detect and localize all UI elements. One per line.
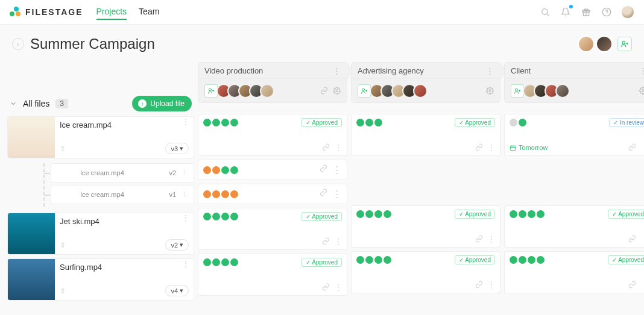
version-row[interactable]: Ice cream.mp4 v2⋮ (51, 163, 194, 182)
link-icon[interactable] (628, 281, 636, 289)
file-row[interactable]: Ice cream.mp4 ⇪ v3 ▾ ⋮ (7, 116, 194, 158)
nav-team[interactable]: Team (139, 4, 159, 20)
review-card[interactable]: ⋮ (198, 184, 347, 204)
gear-icon[interactable] (333, 87, 341, 95)
notifications-icon[interactable] (560, 6, 572, 18)
card-menu-icon[interactable]: ⋮ (641, 281, 644, 289)
user-avatar[interactable] (621, 5, 634, 19)
review-dot (212, 166, 220, 174)
upload-file-button[interactable]: ↑ Upload file (132, 96, 192, 111)
version-chip[interactable]: v3 ▾ (165, 143, 189, 154)
share-icon[interactable]: ⇪ (60, 287, 66, 295)
card-menu-icon[interactable]: ⋮ (488, 143, 495, 152)
version-row[interactable]: Ice cream.mp4 v1⋮ (51, 185, 194, 204)
gear-icon[interactable] (486, 87, 494, 95)
search-icon[interactable] (539, 6, 551, 18)
add-reviewer-button[interactable] (204, 84, 218, 98)
svg-point-7 (622, 41, 625, 44)
all-files-label: All files (23, 99, 49, 108)
card-menu-icon[interactable]: ⋮ (332, 164, 342, 176)
review-card[interactable]: ✓ Approved⋮ (351, 205, 500, 248)
card-menu-icon[interactable]: ⋮ (641, 143, 644, 152)
review-card[interactable]: ✓ In review Tomorrow⋮ (504, 114, 644, 156)
review-dot (510, 119, 517, 126)
link-icon[interactable] (320, 164, 327, 176)
version-chip[interactable]: v2 ▾ (165, 239, 189, 251)
reviewer-list (511, 84, 570, 98)
link-icon[interactable] (475, 143, 483, 152)
version-chip[interactable]: v4 ▾ (165, 285, 189, 296)
reviewer-avatar[interactable] (413, 84, 428, 98)
stage-menu-icon[interactable]: ⋮ (486, 66, 494, 75)
member-avatar[interactable] (578, 36, 595, 52)
svg-point-14 (362, 89, 365, 91)
review-card[interactable]: ✓ Approved⋮ (504, 205, 644, 248)
review-card[interactable]: ✓ Approved⋮ (504, 251, 644, 293)
link-icon[interactable] (322, 143, 330, 152)
card-menu-icon[interactable]: ⋮ (335, 143, 342, 152)
review-card[interactable]: ✓ Approved⋮ (198, 208, 347, 250)
review-card[interactable]: ✓ Approved⋮ (198, 114, 347, 156)
card-menu-icon[interactable]: ⋮ (335, 237, 342, 246)
review-dot (212, 258, 220, 266)
review-card[interactable]: ✓ Approved⋮ (351, 251, 500, 293)
review-dot (230, 166, 238, 174)
file-row[interactable]: Jet ski.mp4 ⇪ v2 ▾ ⋮ (7, 213, 194, 255)
link-icon[interactable] (628, 143, 636, 152)
link-icon[interactable] (475, 281, 483, 289)
reviewer-avatar[interactable] (555, 84, 570, 98)
brand-logo[interactable]: FILESTAGE (10, 7, 83, 17)
review-dot (510, 256, 517, 264)
file-row[interactable]: Surfing.mp4 ⇪ v4 ▾ ⋮ (7, 258, 194, 301)
row-menu-icon[interactable]: ⋮ (182, 120, 190, 123)
stage-menu-icon[interactable]: ⋮ (639, 66, 644, 75)
file-count-badge: 3 (55, 99, 68, 108)
project-title: Summer Campaign (30, 36, 155, 52)
link-icon[interactable] (628, 235, 636, 243)
link-icon[interactable] (322, 237, 330, 246)
status-badge-approved: ✓ Approved (455, 255, 495, 264)
upload-label: Upload file (150, 99, 185, 108)
card-menu-icon[interactable]: ⋮ (488, 281, 495, 289)
row-menu-icon[interactable]: ⋮ (182, 217, 190, 219)
card-menu-icon[interactable]: ⋮ (332, 189, 342, 200)
gift-icon[interactable] (580, 6, 592, 18)
svg-point-10 (209, 89, 212, 91)
card-menu-icon[interactable]: ⋮ (335, 283, 342, 292)
card-menu-icon[interactable]: ⋮ (641, 235, 644, 243)
stage-subheader (504, 79, 644, 103)
review-card[interactable]: ✓ Approved⋮ (351, 114, 500, 156)
link-icon[interactable] (320, 189, 327, 200)
row-menu-icon[interactable]: ⋮ (181, 169, 188, 177)
gear-icon[interactable] (639, 87, 644, 95)
review-dot (510, 210, 517, 218)
link-icon[interactable] (475, 235, 483, 243)
link-icon[interactable] (320, 87, 328, 95)
member-avatar[interactable] (596, 36, 613, 52)
link-icon[interactable] (322, 283, 330, 292)
stage-header: Client⋮ (504, 62, 644, 79)
row-menu-icon[interactable]: ⋮ (182, 263, 190, 265)
review-dot (537, 210, 545, 218)
svg-point-17 (489, 90, 491, 92)
share-icon[interactable]: ⇪ (60, 145, 66, 153)
review-dot (384, 256, 391, 264)
nav-projects[interactable]: Projects (96, 4, 127, 20)
review-card[interactable]: ⋮ (198, 160, 347, 180)
add-reviewer-button[interactable] (511, 84, 524, 98)
review-card[interactable]: ✓ Approved⋮ (198, 254, 347, 296)
add-reviewer-button[interactable] (358, 84, 371, 98)
back-button[interactable]: › (12, 38, 24, 50)
status-badge-approved: ✓ Approved (301, 258, 342, 267)
add-member-button[interactable] (617, 37, 632, 51)
file-column: All files 3 ↑ Upload file Ice cream.mp4 … (7, 62, 194, 301)
card-menu-icon[interactable]: ⋮ (488, 235, 495, 243)
help-icon[interactable] (601, 6, 613, 18)
stage-menu-icon[interactable]: ⋮ (333, 66, 341, 75)
reviewer-avatar[interactable] (260, 84, 274, 98)
share-icon[interactable]: ⇪ (60, 241, 66, 249)
all-files-toggle[interactable]: All files 3 (10, 99, 68, 108)
row-menu-icon[interactable]: ⋮ (181, 191, 188, 199)
reviewer-list (204, 84, 274, 98)
file-name: Ice cream.mp4 (60, 120, 189, 129)
